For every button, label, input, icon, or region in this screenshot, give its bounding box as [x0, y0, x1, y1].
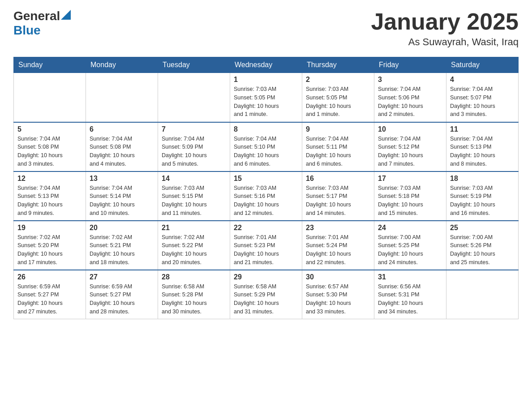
calendar-cell: 31Sunrise: 6:56 AMSunset: 5:31 PMDayligh… [374, 270, 446, 319]
calendar-header-row: SundayMondayTuesdayWednesdayThursdayFrid… [14, 57, 519, 73]
calendar-week-row: 5Sunrise: 7:04 AMSunset: 5:08 PMDaylight… [14, 122, 519, 171]
day-number: 19 [17, 224, 82, 232]
day-number: 14 [162, 175, 226, 183]
calendar-cell [14, 73, 86, 122]
day-info: Sunrise: 7:02 AMSunset: 5:21 PMDaylight:… [90, 233, 154, 267]
calendar-day-header: Tuesday [158, 57, 230, 73]
day-info: Sunrise: 6:56 AMSunset: 5:31 PMDaylight:… [378, 283, 442, 316]
calendar-day-header: Thursday [302, 57, 374, 73]
day-info: Sunrise: 6:59 AMSunset: 5:27 PMDaylight:… [90, 283, 154, 316]
calendar-week-row: 19Sunrise: 7:02 AMSunset: 5:20 PMDayligh… [14, 221, 519, 270]
day-number: 20 [90, 224, 154, 232]
day-info: Sunrise: 7:00 AMSunset: 5:26 PMDaylight:… [450, 233, 515, 267]
calendar-cell: 22Sunrise: 7:01 AMSunset: 5:23 PMDayligh… [230, 221, 302, 270]
calendar-cell: 2Sunrise: 7:03 AMSunset: 5:05 PMDaylight… [302, 73, 374, 122]
calendar-cell: 21Sunrise: 7:02 AMSunset: 5:22 PMDayligh… [158, 221, 230, 270]
calendar-week-row: 1Sunrise: 7:03 AMSunset: 5:05 PMDaylight… [14, 73, 519, 122]
day-info: Sunrise: 6:58 AMSunset: 5:29 PMDaylight:… [234, 283, 298, 316]
day-number: 24 [378, 224, 442, 232]
day-info: Sunrise: 7:03 AMSunset: 5:16 PMDaylight:… [234, 184, 298, 218]
day-info: Sunrise: 7:01 AMSunset: 5:23 PMDaylight:… [234, 233, 298, 267]
day-number: 10 [378, 125, 442, 133]
day-number: 25 [450, 224, 515, 232]
calendar-cell: 12Sunrise: 7:04 AMSunset: 5:13 PMDayligh… [14, 171, 86, 221]
day-info: Sunrise: 7:02 AMSunset: 5:22 PMDaylight:… [162, 233, 226, 267]
page-header: General Blue January 2025 As Suwayrah, W… [13, 9, 519, 48]
day-info: Sunrise: 7:01 AMSunset: 5:24 PMDaylight:… [306, 233, 370, 267]
calendar-day-header: Friday [374, 57, 446, 73]
day-number: 11 [450, 125, 515, 133]
day-info: Sunrise: 7:04 AMSunset: 5:09 PMDaylight:… [162, 135, 226, 168]
calendar-cell: 27Sunrise: 6:59 AMSunset: 5:27 PMDayligh… [86, 270, 158, 319]
day-number: 12 [17, 175, 82, 183]
day-info: Sunrise: 7:04 AMSunset: 5:13 PMDaylight:… [17, 184, 82, 218]
logo-arrow-icon [61, 10, 71, 20]
day-number: 23 [306, 224, 370, 232]
day-number: 22 [234, 224, 298, 232]
day-number: 17 [378, 175, 442, 183]
calendar-cell: 5Sunrise: 7:04 AMSunset: 5:08 PMDaylight… [14, 122, 86, 171]
day-info: Sunrise: 6:59 AMSunset: 5:27 PMDaylight:… [17, 283, 82, 316]
calendar-cell: 9Sunrise: 7:04 AMSunset: 5:11 PMDaylight… [302, 122, 374, 171]
day-info: Sunrise: 7:03 AMSunset: 5:05 PMDaylight:… [306, 85, 370, 119]
calendar-cell: 4Sunrise: 7:04 AMSunset: 5:07 PMDaylight… [446, 73, 519, 122]
title-section: January 2025 As Suwayrah, Wasit, Iraq [371, 9, 519, 48]
calendar-cell: 11Sunrise: 7:04 AMSunset: 5:13 PMDayligh… [446, 122, 519, 171]
day-number: 8 [234, 125, 298, 133]
month-title: January 2025 [371, 9, 519, 34]
calendar-cell [446, 270, 519, 319]
calendar-day-header: Monday [86, 57, 158, 73]
day-number: 13 [90, 175, 154, 183]
calendar-week-row: 26Sunrise: 6:59 AMSunset: 5:27 PMDayligh… [14, 270, 519, 319]
day-info: Sunrise: 7:04 AMSunset: 5:12 PMDaylight:… [378, 135, 442, 168]
calendar-cell: 29Sunrise: 6:58 AMSunset: 5:29 PMDayligh… [230, 270, 302, 319]
day-info: Sunrise: 7:03 AMSunset: 5:05 PMDaylight:… [234, 85, 298, 119]
day-number: 6 [90, 125, 154, 133]
day-number: 30 [306, 273, 370, 281]
day-info: Sunrise: 7:04 AMSunset: 5:10 PMDaylight:… [234, 135, 298, 168]
day-info: Sunrise: 7:00 AMSunset: 5:25 PMDaylight:… [378, 233, 442, 267]
logo-general: General [13, 9, 60, 23]
day-number: 15 [234, 175, 298, 183]
day-number: 7 [162, 125, 226, 133]
location-title: As Suwayrah, Wasit, Iraq [371, 36, 519, 48]
calendar-day-header: Sunday [14, 57, 86, 73]
day-info: Sunrise: 7:03 AMSunset: 5:15 PMDaylight:… [162, 184, 226, 218]
day-info: Sunrise: 7:02 AMSunset: 5:20 PMDaylight:… [17, 233, 82, 267]
calendar-cell: 3Sunrise: 7:04 AMSunset: 5:06 PMDaylight… [374, 73, 446, 122]
calendar-cell: 25Sunrise: 7:00 AMSunset: 5:26 PMDayligh… [446, 221, 519, 270]
day-info: Sunrise: 7:04 AMSunset: 5:06 PMDaylight:… [378, 85, 442, 119]
calendar-day-header: Wednesday [230, 57, 302, 73]
day-info: Sunrise: 7:04 AMSunset: 5:08 PMDaylight:… [90, 135, 154, 168]
calendar-cell: 24Sunrise: 7:00 AMSunset: 5:25 PMDayligh… [374, 221, 446, 270]
day-info: Sunrise: 7:03 AMSunset: 5:17 PMDaylight:… [306, 184, 370, 218]
calendar-cell: 19Sunrise: 7:02 AMSunset: 5:20 PMDayligh… [14, 221, 86, 270]
calendar-cell: 6Sunrise: 7:04 AMSunset: 5:08 PMDaylight… [86, 122, 158, 171]
logo-blue: Blue [13, 23, 71, 38]
calendar-cell: 17Sunrise: 7:03 AMSunset: 5:18 PMDayligh… [374, 171, 446, 221]
calendar-cell: 15Sunrise: 7:03 AMSunset: 5:16 PMDayligh… [230, 171, 302, 221]
calendar-cell: 28Sunrise: 6:58 AMSunset: 5:28 PMDayligh… [158, 270, 230, 319]
calendar-week-row: 12Sunrise: 7:04 AMSunset: 5:13 PMDayligh… [14, 171, 519, 221]
day-info: Sunrise: 7:04 AMSunset: 5:08 PMDaylight:… [17, 135, 82, 168]
day-info: Sunrise: 7:04 AMSunset: 5:13 PMDaylight:… [450, 135, 515, 168]
calendar-cell: 26Sunrise: 6:59 AMSunset: 5:27 PMDayligh… [14, 270, 86, 319]
svg-marker-0 [61, 10, 71, 20]
calendar-cell: 13Sunrise: 7:04 AMSunset: 5:14 PMDayligh… [86, 171, 158, 221]
calendar-cell: 10Sunrise: 7:04 AMSunset: 5:12 PMDayligh… [374, 122, 446, 171]
day-info: Sunrise: 7:03 AMSunset: 5:18 PMDaylight:… [378, 184, 442, 218]
calendar-table: SundayMondayTuesdayWednesdayThursdayFrid… [13, 57, 519, 319]
day-number: 29 [234, 273, 298, 281]
day-number: 2 [306, 76, 370, 84]
day-number: 18 [450, 175, 515, 183]
calendar-cell: 1Sunrise: 7:03 AMSunset: 5:05 PMDaylight… [230, 73, 302, 122]
day-number: 4 [450, 76, 515, 84]
day-info: Sunrise: 7:04 AMSunset: 5:07 PMDaylight:… [450, 85, 515, 119]
calendar-cell: 30Sunrise: 6:57 AMSunset: 5:30 PMDayligh… [302, 270, 374, 319]
day-number: 28 [162, 273, 226, 281]
day-number: 3 [378, 76, 442, 84]
day-info: Sunrise: 6:58 AMSunset: 5:28 PMDaylight:… [162, 283, 226, 316]
day-number: 9 [306, 125, 370, 133]
calendar-cell: 23Sunrise: 7:01 AMSunset: 5:24 PMDayligh… [302, 221, 374, 270]
calendar-cell: 18Sunrise: 7:03 AMSunset: 5:19 PMDayligh… [446, 171, 519, 221]
